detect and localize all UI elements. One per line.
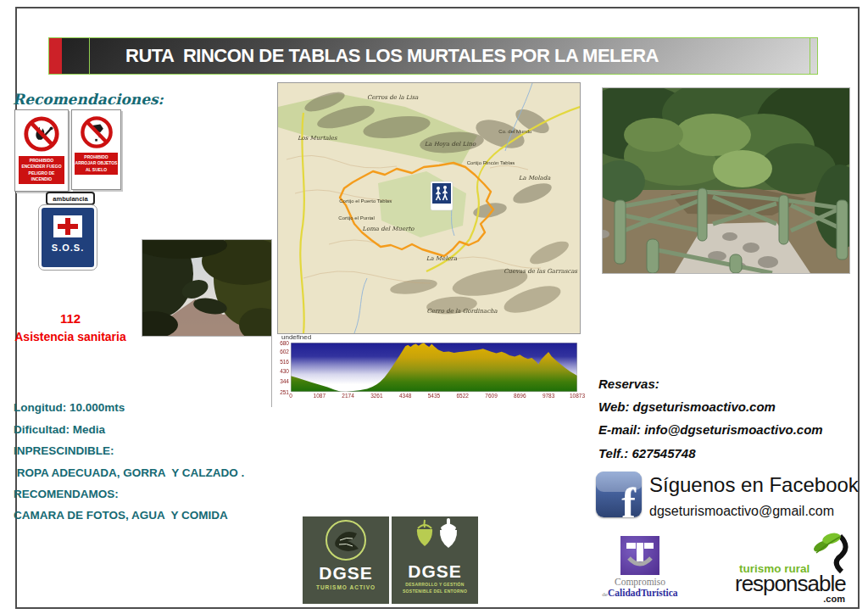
- flyer-page: RUTA RINCON DE TABLAS LOS MURTALES POR L…: [0, 0, 868, 614]
- acorns-icon: [405, 516, 465, 562]
- emergency-label: Asistencia sanitaria: [7, 330, 134, 343]
- dgse-entorno-subtitle: DESARROLLO Y GESTIÓN SOSTENIBLE DEL ENTO…: [403, 582, 467, 594]
- map-label: Cortijo el Puntal: [338, 215, 374, 220]
- x-axis-tick: 3261: [370, 393, 382, 399]
- map-label: Los Murtales: [298, 135, 337, 142]
- recommend-heading: RECOMENDAMOS:: [14, 488, 276, 500]
- map-label: Cortijo Rincón Tablas: [467, 160, 515, 165]
- route-difficulty: Dificultad: Media: [14, 423, 276, 436]
- y-axis-tick: 430: [279, 368, 289, 374]
- map-label: Cortijo el Puerto Tablas: [339, 198, 392, 204]
- x-axis-tick: 1087: [314, 393, 326, 399]
- reservations-heading: Reservas:: [598, 377, 853, 391]
- route-map: Cerros de la LisaLos MurtalesLa Hoya del…: [277, 82, 581, 334]
- x-axis-tick: 4348: [399, 393, 411, 399]
- recommendations-heading: Recomendaciones:: [13, 91, 164, 108]
- reservations-web: Web: dgseturismoactivo.com: [598, 399, 853, 414]
- reservations-email: E-mail: info@dgseturismoactivo.com: [598, 422, 853, 437]
- x-axis-tick: 5435: [428, 393, 440, 399]
- x-axis-tick: 7609: [485, 393, 497, 399]
- calidad-t-icon: [620, 536, 659, 575]
- map-label: Co. del Mundo: [498, 129, 531, 134]
- dgse-turismo-activo-logo: DGSE TURISMO ACTIVO: [303, 516, 389, 604]
- x-axis-tick: 2174: [342, 393, 353, 399]
- map-label: Cerros de la Lisa: [367, 94, 418, 101]
- facebook-cta: Síguenos en Facebook: [649, 473, 859, 497]
- dgse-bird-icon: [321, 516, 370, 564]
- banner-divider: [810, 38, 810, 74]
- banner-red-accent: [49, 38, 62, 74]
- reservations-phone: Telf.: 627545748: [598, 446, 853, 460]
- ambulance-label: ambulancia: [46, 192, 95, 205]
- x-axis-tick: 9783: [542, 393, 554, 399]
- map-label: La Melera: [426, 255, 457, 262]
- no-littering-caption: PROHIBIDO ARROJAR OBJETOS AL SUELO: [75, 153, 117, 175]
- title-banner: RUTA RINCON DE TABLAS LOS MURTALES POR L…: [48, 37, 818, 75]
- elevation-chart-image: [291, 343, 577, 392]
- facebook-email: dgseturismoactivo@gmail.com: [649, 504, 834, 519]
- map-label: Cuevas de las Garrascas: [504, 268, 577, 275]
- table-divider: [271, 336, 272, 407]
- no-fire-icon: [22, 114, 61, 154]
- sos-sign: S.O.S.: [39, 205, 97, 270]
- facebook-icon: f: [596, 472, 642, 517]
- calidad-turistica-logo: Compromiso deCalidadTurística: [598, 535, 682, 601]
- trees-photo: [142, 239, 272, 337]
- map-labels-layer: Cerros de la LisaLos MurtalesLa Hoya del…: [278, 83, 580, 333]
- essential-items: ROPA ADECUADA, GORRA Y CALZADO .: [14, 466, 276, 479]
- essential-heading: INPRESCINDIBLE:: [14, 444, 276, 457]
- sos-label: S.O.S.: [52, 243, 84, 253]
- bridge-photo: [602, 87, 850, 274]
- x-axis-tick: 8696: [514, 393, 526, 399]
- y-axis-tick: 251: [279, 389, 289, 395]
- map-label: La Hoya del Lino: [425, 141, 476, 148]
- y-axis-tick: 516: [279, 359, 289, 365]
- no-littering-icon: [79, 114, 114, 150]
- no-fire-caption: PROHIBIDO ENCENDER FUEGO PELIGRO DE INCE…: [19, 156, 65, 184]
- map-label: Loma del Muerto: [362, 226, 414, 232]
- map-label: Cerro de la Gordinacha: [427, 308, 498, 315]
- route-length: Longitud: 10.000mts: [14, 401, 276, 414]
- x-axis-tick: 0: [289, 393, 292, 399]
- y-axis-tick: 680: [279, 340, 289, 346]
- page-title: RUTA RINCON DE TABLAS LOS MURTALES POR L…: [125, 38, 659, 74]
- red-cross-icon: [53, 215, 82, 237]
- elevation-profile: undefined 680602516430344251010872174326…: [279, 333, 582, 410]
- no-fire-sign: PROHIBIDO ENCENDER FUEGO PELIGRO DE INCE…: [14, 109, 69, 192]
- y-axis-tick: 344: [279, 378, 289, 384]
- banner-divider: [89, 38, 90, 74]
- y-axis-tick: 602: [279, 349, 289, 354]
- no-littering-sign: PROHIBIDO ARROJAR OBJETOS AL SUELO: [71, 109, 121, 190]
- recommend-items: CAMARA DE FOTOS, AGUA Y COMIDA: [14, 509, 276, 522]
- x-axis-tick: 10873: [570, 393, 585, 399]
- emergency-number: 112: [7, 311, 134, 326]
- dgse-entorno-logo: DGSE DESARROLLO Y GESTIÓN SOSTENIBLE DEL…: [392, 516, 478, 604]
- map-label: La Molada: [519, 175, 551, 181]
- turismo-rural-responsable-logo: turismo rural responsable .com: [732, 534, 852, 604]
- x-axis-tick: 6522: [457, 393, 469, 399]
